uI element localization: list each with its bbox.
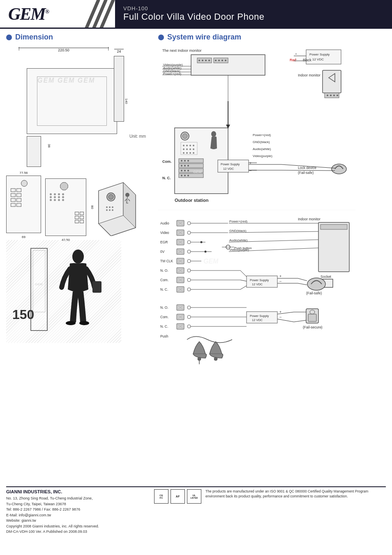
svg-point-47	[327, 95, 328, 96]
svg-line-112	[281, 170, 335, 171]
svg-text:Power+(red): Power+(red)	[163, 72, 182, 76]
svg-line-192	[240, 280, 247, 281]
height-label: 140	[125, 98, 128, 104]
svg-rect-176	[318, 222, 349, 272]
wire-diagram-svg: The next Indoor monitor Power Supply 12 …	[158, 46, 355, 477]
svg-point-70	[189, 148, 191, 150]
svg-point-26	[198, 60, 200, 61]
svg-point-9	[109, 206, 111, 208]
svg-line-222	[277, 319, 294, 322]
svg-text:Power+(red): Power+(red)	[229, 220, 248, 223]
svg-point-80	[181, 160, 182, 162]
svg-text:Com.: Com.	[160, 315, 168, 319]
bottom-dimension-row: 77.56	[6, 171, 154, 236]
svg-point-71	[193, 148, 194, 150]
svg-text:GND(black): GND(black)	[229, 229, 247, 233]
svg-text:Video: Video	[160, 231, 169, 235]
svg-point-90	[184, 175, 186, 176]
cert-icon-2: AF	[171, 489, 185, 504]
svg-text:Power+(red): Power+(red)	[253, 133, 271, 137]
header: GEM® VDH-100 Full Color Villa Video Door…	[0, 0, 392, 29]
svg-point-215	[187, 325, 191, 328]
svg-point-14	[125, 193, 129, 197]
wire-title: System wire diagram	[167, 33, 241, 42]
depth-label: 24	[114, 49, 124, 53]
svg-line-196	[298, 278, 307, 281]
svg-point-84	[184, 165, 186, 166]
svg-line-191	[240, 271, 247, 277]
dimension-panel: Dimension | | 220.50 GEM GEM GEM 140	[6, 33, 154, 478]
svg-text:Power Supply: Power Supply	[250, 314, 269, 318]
svg-point-28	[205, 60, 207, 61]
front-detail-view: 42.50 80	[45, 178, 86, 236]
dimension-dot	[6, 35, 12, 40]
svg-point-62	[182, 134, 187, 139]
svg-point-91	[187, 175, 189, 176]
svg-text:0V: 0V	[160, 250, 165, 254]
svg-text:Com.: Com.	[160, 278, 168, 282]
svg-point-93	[211, 131, 216, 137]
svg-text:(Fail-safe): (Fail-safe)	[306, 291, 322, 295]
svg-text:Indoor monitor: Indoor monitor	[298, 217, 321, 221]
svg-text:–: –	[295, 57, 297, 61]
svg-point-67	[193, 145, 194, 146]
svg-text:Power Supply: Power Supply	[250, 278, 269, 282]
silhouette-area: 150 GEM	[6, 240, 121, 343]
svg-text:(Fail-safe): (Fail-safe)	[298, 171, 314, 175]
bottom-width-label: 77.56	[6, 171, 41, 175]
svg-point-89	[181, 175, 182, 176]
svg-text:N. C.: N. C.	[162, 176, 171, 180]
svg-line-230	[294, 320, 306, 322]
cross-section-view: 38	[27, 136, 41, 167]
svg-point-205	[187, 306, 191, 309]
svg-point-72	[183, 152, 184, 154]
dimension-heading: Dimension	[6, 33, 154, 42]
logo-area: GEM®	[0, 0, 82, 28]
svg-rect-16	[33, 250, 45, 312]
svg-point-27	[202, 60, 203, 61]
svg-point-145	[187, 250, 191, 253]
svg-point-169	[187, 288, 191, 291]
svg-text:12 VDC: 12 VDC	[223, 167, 234, 171]
svg-text:GND(black): GND(black)	[253, 140, 270, 144]
svg-point-33	[225, 60, 226, 61]
svg-text:Indoor monitor: Indoor monitor	[298, 73, 321, 77]
cert-icons: CE FC AF UL LISTED	[154, 489, 201, 504]
svg-point-66	[189, 145, 191, 146]
wire-diagram-panel: System wire diagram The next Indoor moni…	[158, 33, 386, 478]
svg-text:+: +	[279, 310, 281, 314]
svg-rect-15	[31, 248, 47, 331]
svg-rect-44	[323, 70, 341, 93]
svg-point-85	[187, 165, 189, 166]
unit-label: Unit: mm	[129, 134, 146, 139]
svg-point-7	[108, 194, 113, 199]
svg-point-73	[186, 152, 188, 154]
company-name: GIANNI INDUSTRIES, INC.	[6, 489, 146, 494]
svg-text:N. O.: N. O.	[160, 268, 168, 273]
svg-point-129	[187, 222, 191, 225]
svg-point-8	[106, 206, 108, 208]
svg-text:TM CLK: TM CLK	[160, 259, 173, 263]
cert-icon-1: CE FC	[154, 489, 168, 504]
svg-text:(Fail-secure): (Fail-secure)	[303, 325, 323, 329]
svg-point-29	[208, 60, 210, 61]
svg-text:Com.: Com.	[162, 160, 172, 164]
svg-text:GEM: GEM	[193, 170, 202, 174]
svg-text:Socket: Socket	[321, 275, 332, 279]
svg-point-10	[112, 206, 113, 208]
svg-point-69	[186, 148, 188, 150]
svg-text:N. C.: N. C.	[160, 287, 168, 291]
width-label: 220.50	[18, 48, 109, 52]
svg-point-12	[109, 209, 111, 211]
svg-point-75	[193, 152, 194, 154]
svg-text:EGR: EGR	[160, 240, 168, 244]
svg-text:The next Indoor monitor: The next Indoor monitor	[162, 49, 202, 53]
iso-text: The products are manufactured under an I…	[205, 489, 386, 499]
svg-point-31	[218, 60, 220, 61]
cert-icon-3: UL LISTED	[187, 489, 201, 504]
svg-text:12 VDC: 12 VDC	[312, 58, 324, 61]
svg-point-194	[307, 278, 325, 290]
svg-text:GEM: GEM	[203, 258, 219, 265]
svg-text:N. O.: N. O.	[160, 305, 168, 310]
side-view: 24	[114, 56, 124, 122]
